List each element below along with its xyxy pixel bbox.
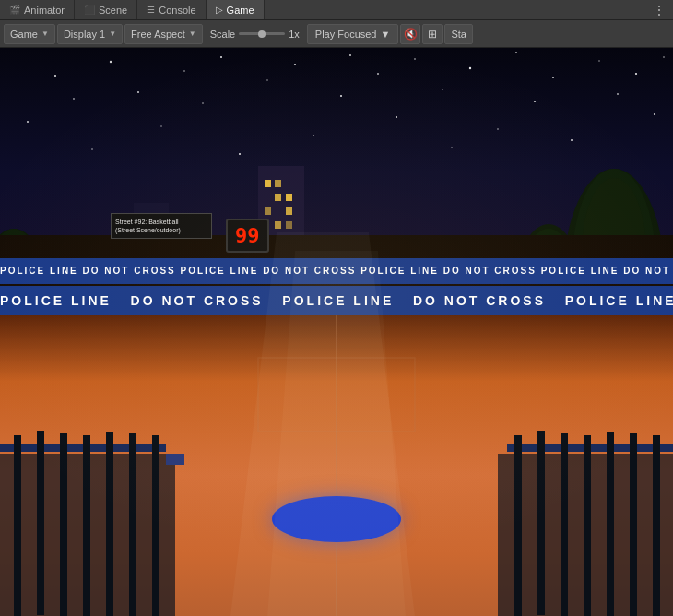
police-tape-text: POLICE LINE DO NOT CROSS POLICE LINE DO … xyxy=(0,266,673,276)
tab-console-label: Console xyxy=(159,5,195,16)
game-viewport: POLICE LINE DO NOT CROSS POLICE LINE DO … xyxy=(0,48,673,616)
signboard-text-line1: Street #92: Basketball xyxy=(115,218,207,226)
tab-bar: 🎬 Animator ⬛ Scene ☰ Console ▷ Game ⋮ xyxy=(0,0,673,20)
aspect-dropdown[interactable]: Free Aspect ▼ xyxy=(124,24,203,44)
police-tape-bottom: POLICE LINE DO NOT CROSS POLICE LINE DO … xyxy=(0,286,673,315)
scale-label: Scale xyxy=(210,29,236,40)
tab-scene[interactable]: ⬛ Scene xyxy=(75,0,137,19)
scale-control: Scale 1x xyxy=(205,29,305,40)
police-tape-top: POLICE LINE DO NOT CROSS POLICE LINE DO … xyxy=(0,258,673,284)
scoreboard-number: 99 xyxy=(235,224,260,247)
mute-button[interactable]: 🔇 xyxy=(400,24,420,44)
tab-game[interactable]: ▷ Game xyxy=(207,0,265,19)
scene-icon: ⬛ xyxy=(84,5,95,15)
scale-slider-handle[interactable] xyxy=(258,30,266,38)
play-focused-dropdown[interactable]: Play Focused ▼ xyxy=(307,24,399,44)
tab-animator[interactable]: 🎬 Animator xyxy=(0,0,75,19)
sta-button[interactable]: Sta xyxy=(444,24,473,44)
court-center-circle xyxy=(272,496,401,542)
stats-icon: ⊞ xyxy=(428,28,437,41)
tab-game-label: Game xyxy=(227,5,254,16)
mute-icon: 🔇 xyxy=(404,28,418,41)
more-icon: ⋮ xyxy=(653,3,666,18)
sta-label: Sta xyxy=(451,29,466,40)
tab-animator-label: Animator xyxy=(24,5,65,16)
signboard-text-line2: (Street Scene/outdoor) xyxy=(115,226,207,234)
game-display-arrow: ▼ xyxy=(41,30,49,38)
signboard: Street #92: Basketball (Street Scene/out… xyxy=(111,213,212,239)
play-focused-label: Play Focused xyxy=(315,29,377,40)
tab-more-button[interactable]: ⋮ xyxy=(645,3,673,18)
game-display-label: Game xyxy=(10,29,38,40)
court-floor xyxy=(0,303,673,616)
game-display-dropdown[interactable]: Game ▼ xyxy=(4,24,55,44)
aspect-label: Free Aspect xyxy=(131,29,185,40)
aspect-arrow: ▼ xyxy=(189,30,196,38)
tab-scene-label: Scene xyxy=(99,5,127,16)
scale-value: 1x xyxy=(289,29,300,40)
console-icon: ☰ xyxy=(147,5,155,15)
animator-icon: 🎬 xyxy=(9,5,20,15)
scale-slider[interactable] xyxy=(239,32,285,35)
display1-dropdown[interactable]: Display 1 ▼ xyxy=(57,24,123,44)
tab-console[interactable]: ☰ Console xyxy=(137,0,206,19)
scoreboard: 99 xyxy=(226,219,269,253)
display1-arrow: ▼ xyxy=(109,30,116,38)
toolbar: Game ▼ Display 1 ▼ Free Aspect ▼ Scale 1… xyxy=(0,20,673,48)
display1-label: Display 1 xyxy=(64,29,105,40)
play-focused-arrow: ▼ xyxy=(381,29,391,40)
game-icon: ▷ xyxy=(216,5,223,15)
police-tape-bottom-text: POLICE LINE DO NOT CROSS POLICE LINE DO … xyxy=(0,293,673,308)
stats-button[interactable]: ⊞ xyxy=(422,24,443,44)
